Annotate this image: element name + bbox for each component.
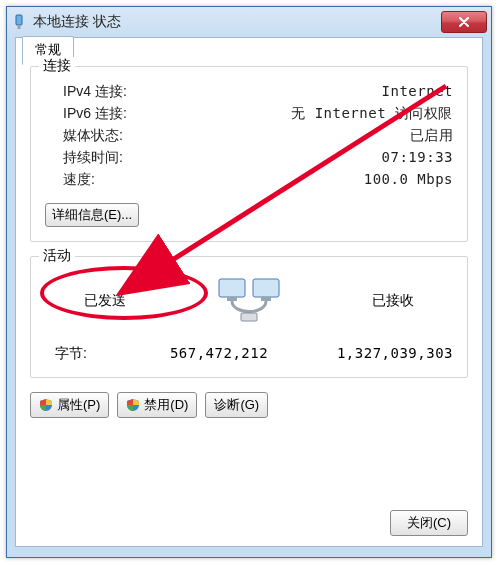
- titlebar: 本地连接 状态: [7, 7, 491, 37]
- ipv4-label: IPv4 连接:: [63, 83, 127, 101]
- ipv6-value: 无 Internet 访问权限: [291, 105, 453, 123]
- connection-group-title: 连接: [39, 57, 75, 75]
- diagnose-button-label: 诊断(G): [214, 396, 259, 414]
- svg-rect-4: [227, 297, 237, 301]
- svg-rect-0: [16, 15, 22, 25]
- window-close-button[interactable]: [441, 11, 487, 33]
- disable-button-label: 禁用(D): [144, 396, 188, 414]
- details-button[interactable]: 详细信息(E)...: [45, 203, 139, 227]
- properties-button-label: 属性(P): [57, 396, 100, 414]
- activity-group-title: 活动: [39, 247, 75, 265]
- tab-body: 连接 IPv4 连接: Internet IPv6 连接: 无 Internet…: [16, 38, 482, 546]
- properties-button[interactable]: 属性(P): [30, 392, 109, 418]
- svg-rect-3: [253, 279, 279, 297]
- close-button[interactable]: 关闭(C): [390, 510, 468, 536]
- network-adapter-icon: [11, 14, 27, 30]
- svg-rect-2: [219, 279, 245, 297]
- close-icon: [458, 17, 470, 27]
- speed-label: 速度:: [63, 171, 95, 189]
- row-ipv4: IPv4 连接: Internet: [45, 83, 453, 101]
- uac-shield-icon: [39, 398, 53, 412]
- network-activity-icon: [213, 275, 285, 327]
- media-label: 媒体状态:: [63, 127, 123, 145]
- svg-rect-5: [261, 297, 271, 301]
- svg-rect-6: [241, 313, 257, 321]
- row-media: 媒体状态: 已启用: [45, 127, 453, 145]
- row-duration: 持续时间: 07:19:33: [45, 149, 453, 167]
- sent-label: 已发送: [45, 292, 165, 310]
- duration-value: 07:19:33: [382, 149, 453, 165]
- action-buttons: 属性(P) 禁用(D) 诊断(G): [30, 392, 468, 418]
- bytes-sent-value: 567,472,212: [149, 345, 289, 361]
- speed-value: 100.0 Mbps: [364, 171, 453, 187]
- status-window: 本地连接 状态 常规 连接 IPv4 连接: Internet IPv6 连接:…: [6, 6, 492, 558]
- svg-rect-1: [18, 25, 21, 29]
- ipv6-label: IPv6 连接:: [63, 105, 127, 123]
- connection-group: 连接 IPv4 连接: Internet IPv6 连接: 无 Internet…: [30, 66, 468, 242]
- row-speed: 速度: 100.0 Mbps: [45, 171, 453, 189]
- bytes-recv-value: 1,327,039,303: [313, 345, 453, 361]
- diagnose-button[interactable]: 诊断(G): [205, 392, 268, 418]
- bytes-label: 字节:: [45, 345, 125, 363]
- media-value: 已启用: [410, 127, 454, 145]
- window-title: 本地连接 状态: [33, 13, 441, 31]
- ipv4-value: Internet: [382, 83, 453, 99]
- recv-label: 已接收: [333, 292, 453, 310]
- screenshot-frame: 本地连接 状态 常规 连接 IPv4 连接: Internet IPv6 连接:…: [0, 0, 500, 565]
- disable-button[interactable]: 禁用(D): [117, 392, 197, 418]
- client-area: 常规 连接 IPv4 连接: Internet IPv6 连接: 无 Inter…: [15, 37, 483, 547]
- uac-shield-icon: [126, 398, 140, 412]
- activity-group: 活动 已发送 已接收: [30, 256, 468, 378]
- row-ipv6: IPv6 连接: 无 Internet 访问权限: [45, 105, 453, 123]
- duration-label: 持续时间:: [63, 149, 123, 167]
